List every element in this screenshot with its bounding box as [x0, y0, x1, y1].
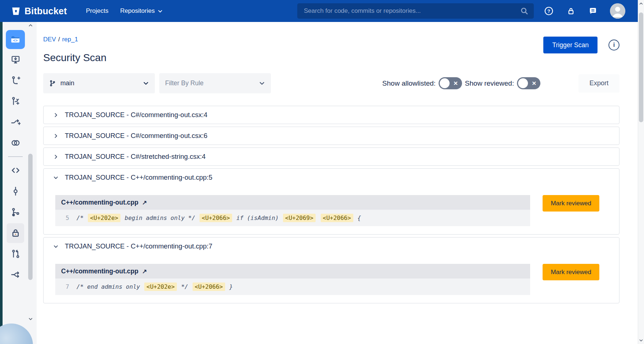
- sidebar-scroll-down-icon[interactable]: [27, 316, 33, 321]
- sidebar-icon-column: <>: [3, 22, 28, 285]
- trigger-scan-button[interactable]: Trigger Scan: [543, 37, 598, 53]
- nav-projects[interactable]: Projects: [86, 7, 108, 15]
- main-content: DEV/rep_1 Security Scan Trigger Scan i m…: [37, 22, 638, 344]
- filter-by-rule-select[interactable]: Filter By Rule: [159, 73, 271, 93]
- finding-code-line: 7/* end admins only <U+202e> */ <U+2066>…: [55, 278, 530, 295]
- finding-file-path: C++/commenting-out.cpp: [61, 199, 138, 206]
- show-allowlisted-toggle[interactable]: ✕: [439, 77, 462, 89]
- window-scroll-down-icon[interactable]: [638, 337, 644, 343]
- branch-select-value: main: [60, 79, 74, 87]
- finding-file-path: C++/commenting-out.cpp: [61, 268, 138, 275]
- sidebar-item-active[interactable]: <>: [6, 30, 25, 49]
- toggle-knob: [440, 78, 450, 88]
- finding-detail: C++/commenting-out.cpp↗5/* <U+202e> begi…: [44, 186, 619, 234]
- sidebar-scroll-thumb[interactable]: [28, 154, 33, 280]
- chevron-down-icon: [143, 80, 149, 86]
- sidebar-item[interactable]: [3, 181, 28, 202]
- search-input[interactable]: [304, 7, 520, 15]
- pull-requests-icon: [11, 249, 21, 259]
- mark-reviewed-button[interactable]: Mark reviewed: [543, 264, 599, 280]
- finding-row-header[interactable]: TROJAN_SOURCE - C#/commenting-out.csx:4: [44, 106, 619, 124]
- nav-repositories[interactable]: Repositories: [120, 7, 163, 15]
- page-title: Security Scan: [43, 52, 107, 64]
- sidebar-item[interactable]: [3, 112, 28, 132]
- sidebar-item[interactable]: [3, 243, 28, 264]
- repo-source-folder-icon: <>: [10, 34, 21, 45]
- info-icon[interactable]: i: [608, 40, 619, 51]
- bitbucket-logo[interactable]: Bitbucket: [11, 6, 67, 16]
- toggle-off-icon: ✕: [532, 80, 536, 87]
- finding-title: TROJAN_SOURCE - C#/commenting-out.csx:6: [65, 132, 208, 140]
- chevron-right-icon: [53, 133, 59, 139]
- code-text: /* <U+202e> begin admins only */ <U+2066…: [77, 214, 361, 221]
- finding-file-bar: C++/commenting-out.cpp↗: [55, 195, 530, 210]
- search-icon[interactable]: [520, 7, 529, 15]
- export-button[interactable]: Export: [578, 74, 619, 93]
- finding-row-header[interactable]: TROJAN_SOURCE - C++/commenting-out.cpp:5: [44, 169, 619, 186]
- sidebar-item[interactable]: [3, 49, 28, 70]
- sidebar-item[interactable]: [3, 132, 28, 153]
- unicode-token-highlight: <U+2066>: [321, 214, 353, 222]
- sidebar-scrollbar[interactable]: [27, 23, 34, 321]
- sidebar-item[interactable]: [3, 70, 28, 91]
- global-search[interactable]: [297, 3, 534, 19]
- unicode-token-highlight: <U+2069>: [283, 214, 316, 222]
- sidebar-divider: [8, 156, 23, 157]
- create-fork-icon: [11, 117, 21, 127]
- breadcrumb-project-link[interactable]: DEV: [43, 36, 56, 43]
- toggle-knob: [518, 78, 528, 88]
- window-scroll-thumb[interactable]: [639, 12, 643, 122]
- svg-text:?: ?: [547, 8, 550, 14]
- source-code-icon: [11, 165, 21, 175]
- chevron-down-icon: [259, 80, 265, 86]
- feedback-icon[interactable]: [588, 6, 598, 16]
- top-navbar: Bitbucket Projects Repositories ?: [0, 0, 638, 22]
- finding-title: TROJAN_SOURCE - C#/stretched-string.csx:…: [65, 153, 205, 161]
- finding-row: TROJAN_SOURCE - C++/commenting-out.cpp:5…: [43, 168, 619, 235]
- sidebar-item[interactable]: [3, 160, 28, 181]
- lock-icon[interactable]: [566, 6, 576, 16]
- branch-select[interactable]: main: [43, 73, 155, 93]
- left-sidebar: <>: [0, 22, 37, 344]
- external-link-icon[interactable]: ↗: [142, 199, 147, 206]
- findings-list: TROJAN_SOURCE - C#/commenting-out.csx:4T…: [43, 106, 619, 303]
- sidebar-selected-tile: [7, 223, 24, 243]
- breadcrumb-repo-link[interactable]: rep_1: [62, 36, 78, 43]
- mark-reviewed-button[interactable]: Mark reviewed: [543, 195, 599, 212]
- logo-text: Bitbucket: [25, 6, 67, 16]
- finding-title: TROJAN_SOURCE - C++/commenting-out.cpp:7: [65, 242, 212, 250]
- chevron-down-icon: [157, 8, 163, 14]
- branch-icon: [49, 80, 56, 87]
- code-line-number: 7: [61, 283, 69, 290]
- show-reviewed-label: Show reviewed:: [465, 79, 514, 87]
- finding-row-header[interactable]: TROJAN_SOURCE - C#/commenting-out.csx:6: [44, 127, 619, 145]
- finding-title: TROJAN_SOURCE - C++/commenting-out.cpp:5: [65, 173, 212, 182]
- chevron-right-icon: [53, 112, 59, 118]
- code-line-number: 5: [61, 214, 69, 221]
- help-icon[interactable]: ?: [544, 6, 554, 16]
- finding-row-header[interactable]: TROJAN_SOURCE - C#/stretched-string.csx:…: [44, 148, 619, 165]
- finding-row-header[interactable]: TROJAN_SOURCE - C++/commenting-out.cpp:7: [44, 238, 619, 255]
- sidebar-item[interactable]: [3, 223, 28, 243]
- sidebar-item[interactable]: [3, 264, 28, 285]
- show-reviewed-toggle[interactable]: ✕: [517, 77, 540, 89]
- chevron-down-icon: [53, 244, 59, 249]
- avatar[interactable]: [610, 3, 625, 19]
- sidebar-edge-strip: [0, 22, 3, 344]
- unicode-token-highlight: <U+2066>: [193, 283, 225, 291]
- create-branch-icon: [11, 96, 21, 106]
- forks-icon: [11, 270, 21, 280]
- filter-by-rule-placeholder: Filter By Rule: [165, 79, 204, 87]
- sidebar-item[interactable]: [3, 91, 28, 112]
- window-scroll-up-icon[interactable]: [638, 1, 644, 7]
- breadcrumb-separator: /: [58, 36, 60, 43]
- branches-icon: [11, 207, 21, 217]
- window-scrollbar[interactable]: [638, 0, 644, 344]
- external-link-icon[interactable]: ↗: [142, 268, 147, 275]
- security-lock-icon: [11, 228, 21, 238]
- sidebar-scroll-up-icon[interactable]: [27, 23, 33, 28]
- sidebar-item[interactable]: [3, 202, 28, 223]
- corner-widget-bubble[interactable]: [0, 324, 33, 344]
- svg-text:<>: <>: [13, 38, 18, 43]
- compare-icon: [11, 138, 21, 148]
